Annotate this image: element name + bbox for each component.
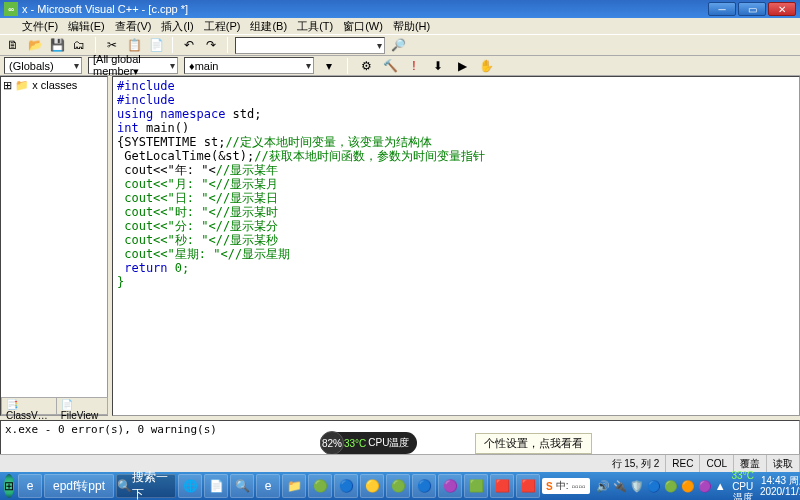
find-icon[interactable]: 🔎: [389, 36, 407, 54]
app-icon: ∞: [4, 2, 18, 16]
stop-build-icon[interactable]: !: [405, 57, 423, 75]
undo-icon[interactable]: ↶: [180, 36, 198, 54]
taskbar-browser-tab[interactable]: e pdf转ppt: [44, 474, 114, 498]
menu-help[interactable]: 帮助(H): [393, 19, 430, 34]
start-button[interactable]: ⊞: [4, 474, 14, 498]
tray-icon[interactable]: 🟣: [698, 480, 712, 493]
workspace-pane: ⊞ 📁 x classes 📑 ClassV… 📄 FileView: [0, 76, 108, 416]
taskbar-app[interactable]: 🟥: [516, 474, 540, 498]
taskbar-app[interactable]: 📁: [282, 474, 306, 498]
taskbar-app[interactable]: 🟩: [464, 474, 488, 498]
go-debug-icon[interactable]: ▶: [453, 57, 471, 75]
find-combo[interactable]: [235, 37, 385, 54]
minimize-button[interactable]: ─: [708, 2, 736, 16]
windows-taskbar: ⊞ e e pdf转ppt 🔍搜索一下 🌐📄🔍e📁🟢🔵🟡🟢🔵🟣🟩🟥🟥 S中:▫▫…: [0, 472, 800, 500]
taskbar-app[interactable]: 🔍: [230, 474, 254, 498]
open-file-icon[interactable]: 📂: [26, 36, 44, 54]
scope-combo[interactable]: (Globals): [4, 57, 82, 74]
function-combo[interactable]: ♦ main: [184, 57, 314, 74]
redo-icon[interactable]: ↷: [202, 36, 220, 54]
wizbar: (Globals) [All global member▾ ♦ main ▾ ⚙…: [0, 56, 800, 76]
close-button[interactable]: ✕: [768, 2, 796, 16]
menu-build[interactable]: 组建(B): [250, 19, 287, 34]
paste-icon[interactable]: 📄: [147, 36, 165, 54]
taskbar-app[interactable]: 🟢: [308, 474, 332, 498]
taskbar-app[interactable]: 🌐: [178, 474, 202, 498]
cpu-percent-badge: 82%: [320, 431, 344, 455]
code-editor[interactable]: #include #include using namespace std; i…: [112, 76, 800, 416]
taskbar-ie[interactable]: e: [18, 474, 42, 498]
taskbar-search[interactable]: 🔍搜索一下: [116, 474, 176, 498]
tray-icon[interactable]: 🔌: [613, 480, 627, 493]
tray-icon[interactable]: 🛡️: [630, 480, 644, 493]
menu-bar: 文件(F) 编辑(E) 查看(V) 插入(I) 工程(P) 组建(B) 工具(T…: [0, 18, 800, 34]
taskbar-app[interactable]: 🔵: [334, 474, 358, 498]
tray-icon[interactable]: ▲: [715, 480, 726, 493]
tab-classview[interactable]: 📑 ClassV…: [1, 397, 57, 415]
class-tree[interactable]: ⊞ 📁 x classes: [1, 77, 107, 397]
tray-clock[interactable]: 14:43 周三 2020/11/18: [760, 475, 800, 497]
maximize-button[interactable]: ▭: [738, 2, 766, 16]
title-bar: ∞ x - Microsoft Visual C++ - [c.cpp *] ─…: [0, 0, 800, 18]
tray-icon[interactable]: 🔵: [647, 480, 661, 493]
menu-insert[interactable]: 插入(I): [161, 19, 193, 34]
menu-edit[interactable]: 编辑(E): [68, 19, 105, 34]
taskbar-app[interactable]: 🟡: [360, 474, 384, 498]
window-title: x - Microsoft Visual C++ - [c.cpp *]: [22, 3, 188, 15]
tooltip[interactable]: 个性设置，点我看看: [475, 433, 592, 454]
menu-window[interactable]: 窗口(W): [343, 19, 383, 34]
tray-icons[interactable]: 🔊🔌🛡️🔵🟢🟠🟣▲: [596, 480, 726, 493]
menu-file[interactable]: 文件(F): [22, 19, 58, 34]
tab-fileview[interactable]: 📄 FileView: [56, 397, 108, 415]
menu-view[interactable]: 查看(V): [115, 19, 152, 34]
build-icon[interactable]: 🔨: [381, 57, 399, 75]
taskbar-app[interactable]: 🔵: [412, 474, 436, 498]
system-monitor-widget[interactable]: 82% 33°C CPU温度: [320, 432, 417, 454]
taskbar-app[interactable]: e: [256, 474, 280, 498]
taskbar-app[interactable]: 🟣: [438, 474, 462, 498]
compile-icon[interactable]: ⚙: [357, 57, 375, 75]
menu-tools[interactable]: 工具(T): [297, 19, 333, 34]
save-icon[interactable]: 💾: [48, 36, 66, 54]
tray-icon[interactable]: 🟠: [681, 480, 695, 493]
new-file-icon[interactable]: 🗎: [4, 36, 22, 54]
taskbar-app[interactable]: 🟢: [386, 474, 410, 498]
execute-icon[interactable]: ⬇: [429, 57, 447, 75]
tray-cpu-temp[interactable]: 33°CCPU温度: [732, 470, 754, 501]
go-icon[interactable]: ▾: [320, 57, 338, 75]
breakpoint-icon[interactable]: ✋: [477, 57, 495, 75]
cut-icon[interactable]: ✂: [103, 36, 121, 54]
tray-icon[interactable]: 🟢: [664, 480, 678, 493]
taskbar-app[interactable]: 🟥: [490, 474, 514, 498]
save-all-icon[interactable]: 🗂: [70, 36, 88, 54]
tray-icon[interactable]: 🔊: [596, 480, 610, 493]
members-combo[interactable]: [All global member▾: [88, 57, 178, 74]
ime-indicator[interactable]: S中:▫▫▫▫: [542, 478, 590, 494]
menu-project[interactable]: 工程(P): [204, 19, 241, 34]
copy-icon[interactable]: 📋: [125, 36, 143, 54]
taskbar-app[interactable]: 📄: [204, 474, 228, 498]
